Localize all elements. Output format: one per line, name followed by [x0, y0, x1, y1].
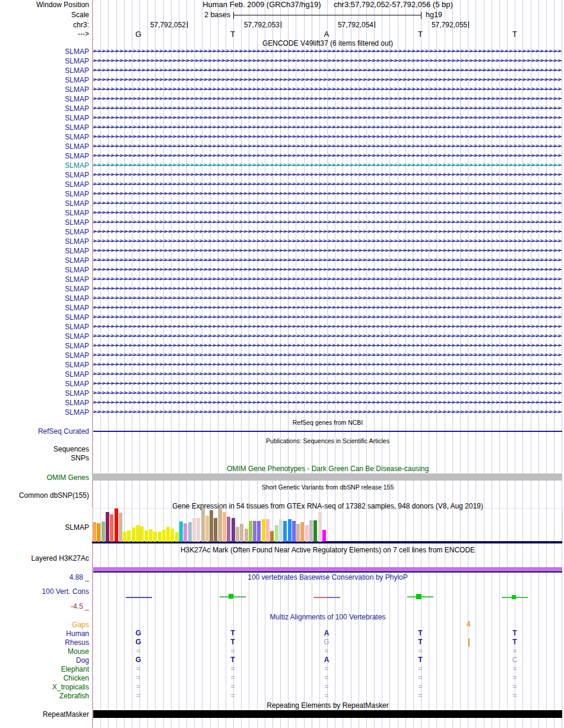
gene-label-slmap[interactable]: SLMAP [0, 47, 89, 56]
gene-row[interactable]: >>>>>>>>>>>>>>>>>>>>>>>>>>>>>>>>>>>>>>>>… [93, 266, 562, 274]
gtex-tissue-bar[interactable] [214, 518, 217, 542]
gene-label-slmap[interactable]: SLMAP [0, 361, 89, 369]
gtex-tissue-bar[interactable] [166, 527, 170, 542]
gene-label-slmap[interactable]: SLMAP [0, 57, 89, 65]
gene-label-slmap[interactable]: SLMAP [0, 95, 89, 103]
gtex-tissue-bar[interactable] [110, 514, 113, 542]
gene-row[interactable]: >>>>>>>>>>>>>>>>>>>>>>>>>>>>>>>>>>>>>>>>… [93, 124, 562, 131]
gene-label-slmap[interactable]: SLMAP [0, 114, 89, 122]
gtex-tissue-bar[interactable] [240, 524, 243, 542]
phylop-mark[interactable] [313, 597, 327, 598]
label-rhesus[interactable]: Rhesus [0, 638, 89, 647]
gene-row[interactable]: >>>>>>>>>>>>>>>>>>>>>>>>>>>>>>>>>>>>>>>>… [93, 352, 562, 359]
gene-label-slmap[interactable]: SLMAP [0, 66, 89, 75]
gene-row[interactable]: >>>>>>>>>>>>>>>>>>>>>>>>>>>>>>>>>>>>>>>>… [93, 371, 562, 378]
gtex-tissue-bar[interactable] [123, 532, 126, 542]
gene-label-slmap[interactable]: SLMAP [0, 370, 89, 379]
gene-row[interactable]: >>>>>>>>>>>>>>>>>>>>>>>>>>>>>>>>>>>>>>>>… [93, 295, 562, 302]
gtex-tissue-bar[interactable] [292, 521, 296, 542]
gene-label-slmap[interactable]: SLMAP [0, 133, 89, 141]
title-omim-gene-phenotypes-dark-green-can-be-d[interactable]: OMIM Gene Phenotypes - Dark Green Can Be… [93, 465, 562, 473]
gtex-tissue-bar[interactable] [227, 517, 230, 542]
gene-label-slmap[interactable]: SLMAP [0, 199, 89, 208]
gtex-tissue-bar[interactable] [93, 522, 96, 542]
gtex-tissue-bar[interactable] [223, 512, 226, 542]
gtex-tissue-bar[interactable] [305, 525, 309, 542]
gene-label-slmap[interactable]: SLMAP [0, 190, 89, 198]
gtex-tissue-bar[interactable] [158, 532, 161, 542]
gtex-tissue-bar[interactable] [175, 532, 179, 542]
gene-label-slmap[interactable]: SLMAP [0, 389, 89, 398]
gene-row[interactable]: >>>>>>>>>>>>>>>>>>>>>>>>>>>>>>>>>>>>>>>>… [93, 96, 562, 103]
label-4-88[interactable]: 4.88 _ [0, 573, 89, 581]
title-repeating-elements-by-repeatmasker[interactable]: Repeating Elements by RepeatMasker [93, 701, 562, 710]
gene-label-slmap[interactable]: SLMAP [0, 247, 89, 255]
gtex-tissue-bar[interactable] [183, 523, 187, 542]
gtex-tissue-bar[interactable] [201, 508, 205, 542]
gtex-tissue-bar[interactable] [288, 519, 291, 542]
gene-row[interactable]: >>>>>>>>>>>>>>>>>>>>>>>>>>>>>>>>>>>>>>>>… [93, 48, 562, 55]
gene-label-slmap[interactable]: SLMAP [0, 294, 89, 303]
gtex-tissue-bar[interactable] [218, 508, 222, 542]
gene-label-slmap[interactable]: SLMAP [0, 76, 89, 84]
gene-label-slmap[interactable]: SLMAP [0, 408, 89, 417]
gtex-tissue-bar[interactable] [115, 508, 118, 542]
gene-label-slmap[interactable]: SLMAP [0, 85, 89, 94]
gtex-tissue-bar[interactable] [309, 520, 313, 542]
gene-row[interactable]: >>>>>>>>>>>>>>>>>>>>>>>>>>>>>>>>>>>>>>>>… [93, 86, 562, 93]
gtex-tissue-bar[interactable] [249, 521, 252, 542]
gene-row[interactable]: >>>>>>>>>>>>>>>>>>>>>>>>>>>>>>>>>>>>>>>>… [93, 333, 562, 340]
gene-row[interactable]: >>>>>>>>>>>>>>>>>>>>>>>>>>>>>>>>>>>>>>>>… [93, 171, 562, 179]
gtex-tissue-bar[interactable] [322, 530, 326, 542]
title-refseq-genes-from-ncbi[interactable]: RefSeq genes from NCBI [93, 418, 562, 427]
gene-row[interactable]: >>>>>>>>>>>>>>>>>>>>>>>>>>>>>>>>>>>>>>>>… [93, 105, 562, 112]
gene-row[interactable]: >>>>>>>>>>>>>>>>>>>>>>>>>>>>>>>>>>>>>>>>… [93, 133, 562, 141]
gene-label-slmap[interactable]: SLMAP [0, 152, 89, 160]
gene-row[interactable]: >>>>>>>>>>>>>>>>>>>>>>>>>>>>>>>>>>>>>>>>… [93, 285, 562, 293]
gtex-tissue-bar[interactable] [275, 525, 278, 542]
gtex-tissue-bar[interactable] [162, 530, 166, 542]
label-sequences[interactable]: Sequences [0, 445, 89, 453]
title-gencode-v49lift37-6-items-filtered-out[interactable]: GENCODE V49lift37 (6 items filtered out) [93, 39, 562, 47]
gene-label-slmap[interactable]: SLMAP [0, 323, 89, 331]
label-repeatmasker[interactable]: RepeatMasker [0, 710, 89, 719]
gene-label-slmap[interactable]: SLMAP [0, 304, 89, 312]
title-h3k27ac-mark-often-found-near-active-reg[interactable]: H3K27Ac Mark (Often Found Near Active Re… [93, 546, 562, 554]
gene-label-slmap[interactable]: SLMAP [0, 104, 89, 113]
title-short-genetic-variants-from-dbsnp-releas[interactable]: Short Genetic Variants from dbSNP releas… [93, 483, 562, 491]
phylop-peak-dot[interactable] [229, 594, 233, 599]
gtex-tissue-bar[interactable] [170, 529, 174, 542]
gtex-tissue-bar[interactable] [132, 527, 135, 542]
gene-row[interactable]: >>>>>>>>>>>>>>>>>>>>>>>>>>>>>>>>>>>>>>>>… [93, 67, 562, 74]
repeatmasker-bar[interactable] [93, 710, 562, 718]
title-publications-sequences-in-scientific-art[interactable]: Publications: Sequences in Scientific Ar… [93, 437, 562, 445]
gene-label-slmap[interactable]: SLMAP [0, 285, 89, 293]
gtex-tissue-bar[interactable] [106, 512, 109, 542]
gene-row[interactable]: >>>>>>>>>>>>>>>>>>>>>>>>>>>>>>>>>>>>>>>>… [93, 276, 562, 283]
gene-row[interactable]: >>>>>>>>>>>>>>>>>>>>>>>>>>>>>>>>>>>>>>>>… [93, 181, 562, 188]
gene-row[interactable]: >>>>>>>>>>>>>>>>>>>>>>>>>>>>>>>>>>>>>>>>… [93, 409, 562, 416]
gtex-tissue-bar[interactable] [153, 532, 157, 542]
gene-row[interactable]: >>>>>>>>>>>>>>>>>>>>>>>>>>>>>>>>>>>>>>>>… [93, 162, 562, 169]
gene-row[interactable]: >>>>>>>>>>>>>>>>>>>>>>>>>>>>>>>>>>>>>>>>… [93, 323, 562, 330]
gtex-tissue-bar[interactable] [296, 524, 300, 542]
gtex-tissue-bar[interactable] [318, 512, 322, 542]
gtex-tissue-bar[interactable] [313, 520, 317, 542]
gene-row[interactable]: >>>>>>>>>>>>>>>>>>>>>>>>>>>>>>>>>>>>>>>>… [93, 390, 562, 397]
label-scale[interactable]: Scale [0, 11, 89, 19]
gene-label-slmap[interactable]: SLMAP [0, 313, 89, 322]
gene-label-slmap[interactable]: SLMAP [0, 171, 89, 179]
gtex-tissue-bar[interactable] [253, 521, 256, 542]
gene-row[interactable]: >>>>>>>>>>>>>>>>>>>>>>>>>>>>>>>>>>>>>>>>… [93, 380, 562, 387]
gtex-tissue-bar[interactable] [145, 530, 148, 542]
gene-row[interactable]: >>>>>>>>>>>>>>>>>>>>>>>>>>>>>>>>>>>>>>>>… [93, 361, 562, 368]
gene-label-slmap[interactable]: SLMAP [0, 161, 89, 170]
label-x-tropicalis[interactable]: X_tropicalis [0, 683, 89, 691]
label-dog[interactable]: Dog [0, 656, 89, 665]
phylop-mark[interactable] [126, 597, 152, 598]
gtex-tissue-bar[interactable] [97, 523, 100, 542]
gene-label-slmap[interactable]: SLMAP [0, 332, 89, 341]
label-window-position[interactable]: Window Position [0, 1, 89, 9]
gene-label-slmap[interactable]: SLMAP [0, 180, 89, 189]
label-4-5[interactable]: -4.5 _ [0, 602, 89, 611]
